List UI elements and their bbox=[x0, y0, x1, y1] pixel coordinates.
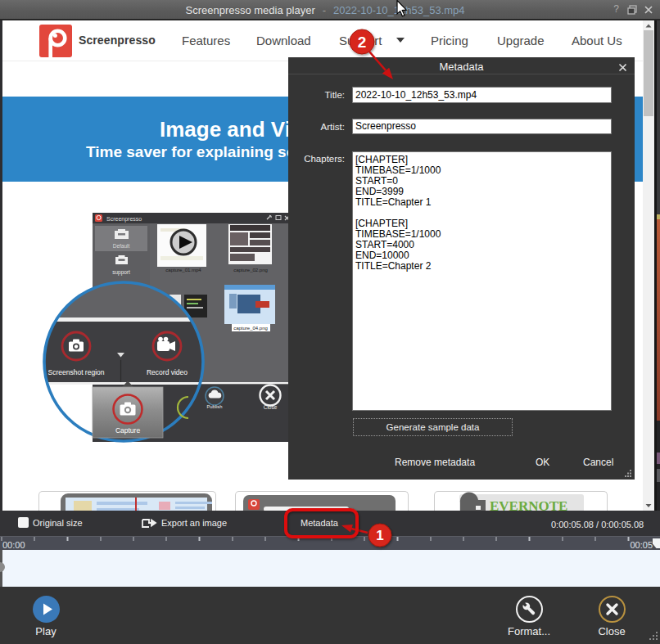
svg-text:EVERNOTE: EVERNOTE bbox=[490, 498, 567, 511]
svg-text:capture_01.mp4: capture_01.mp4 bbox=[165, 268, 201, 272]
svg-text:Record video: Record video bbox=[147, 368, 188, 376]
svg-text:capture_04.png: capture_04.png bbox=[233, 326, 268, 331]
svg-text:Close: Close bbox=[264, 404, 278, 410]
svg-text:support: support bbox=[112, 269, 130, 276]
svg-text:capture_02.png: capture_02.png bbox=[233, 268, 268, 272]
svg-text:Screenpresso: Screenpresso bbox=[106, 216, 142, 223]
svg-text:Default: Default bbox=[113, 243, 130, 249]
svg-text:Capture: Capture bbox=[115, 426, 141, 435]
svg-text:Publish: Publish bbox=[206, 404, 222, 409]
svg-text:Screenshot region: Screenshot region bbox=[48, 368, 105, 376]
